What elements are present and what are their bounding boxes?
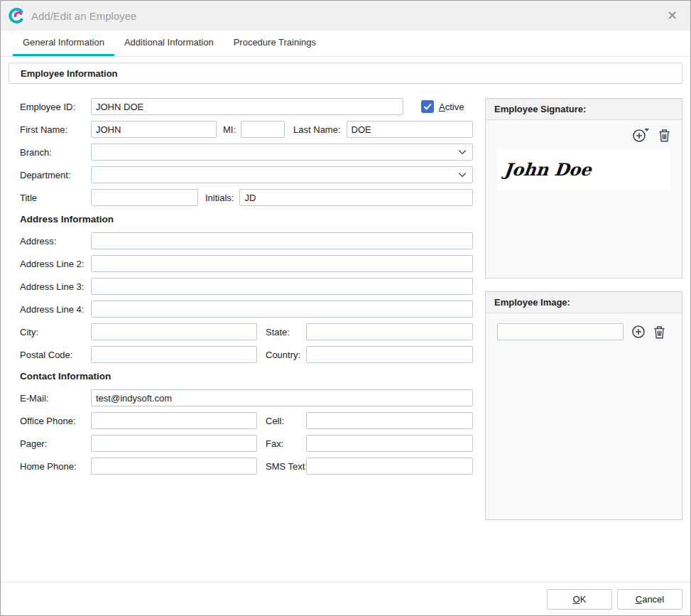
active-checkbox[interactable]: [421, 100, 434, 113]
tab-bar: General Information Additional Informati…: [1, 31, 690, 57]
cell-label: Cell:: [266, 416, 306, 426]
branch-row: Branch:: [20, 144, 473, 161]
home-phone-label: Home Phone:: [20, 461, 91, 472]
app-logo-icon: [8, 7, 25, 24]
state-label: State:: [266, 327, 306, 337]
right-panels: Employee Signature:: [485, 98, 682, 520]
pager-fax-row: Pager: Fax:: [20, 435, 473, 452]
address4-label: Address Line 4:: [20, 304, 91, 315]
address-row: Address:: [20, 232, 473, 249]
employee-information-header: Employee Information: [9, 63, 682, 84]
department-row: Department:: [20, 166, 473, 183]
last-name-input[interactable]: [347, 121, 473, 138]
employee-form: Employee ID: Active First Name: MI: Last…: [9, 98, 473, 520]
dialog-footer: OK Cancel: [1, 582, 690, 615]
pager-input[interactable]: [91, 435, 257, 452]
postal-code-label: Postal Code:: [20, 350, 91, 360]
home-sms-row: Home Phone: SMS Text:: [20, 458, 473, 475]
ok-button[interactable]: OK: [547, 589, 612, 610]
home-phone-input[interactable]: [91, 458, 257, 475]
city-label: City:: [20, 327, 91, 337]
chevron-down-icon: [458, 172, 467, 178]
email-row: E-Mail:: [20, 389, 473, 406]
address3-row: Address Line 3:: [20, 278, 473, 295]
address-information-header: Address Information: [20, 214, 473, 225]
contact-information-header: Contact Information: [20, 371, 473, 382]
title-label: Title: [20, 193, 91, 203]
delete-image-button[interactable]: [653, 325, 665, 339]
sms-text-label: SMS Text:: [266, 461, 306, 472]
office-phone-label: Office Phone:: [20, 416, 91, 426]
trash-icon: [653, 325, 665, 339]
image-filename-input[interactable]: [497, 323, 624, 340]
tab-content: Employee Information Employee ID: Active…: [1, 57, 690, 582]
chevron-down-icon: [458, 149, 467, 155]
address4-input[interactable]: [91, 301, 473, 318]
city-input[interactable]: [91, 323, 257, 340]
last-name-label: Last Name:: [293, 124, 340, 135]
cancel-button[interactable]: Cancel: [617, 589, 682, 610]
email-label: E-Mail:: [20, 393, 91, 404]
employee-id-row: Employee ID: Active: [20, 98, 473, 115]
tab-additional-information[interactable]: Additional Information: [114, 31, 224, 56]
employee-id-label: Employee ID:: [20, 102, 91, 112]
postal-country-row: Postal Code: Country:: [20, 346, 473, 363]
department-label: Department:: [20, 170, 91, 180]
address-input[interactable]: [91, 232, 473, 249]
name-row: First Name: MI: Last Name:: [20, 121, 473, 138]
signature-toolbar: [486, 120, 682, 143]
close-icon[interactable]: ✕: [664, 8, 680, 23]
country-input[interactable]: [306, 346, 473, 363]
active-check-group: Active: [421, 100, 464, 113]
city-state-row: City: State:: [20, 323, 473, 340]
plus-circle-dropdown-icon: [632, 127, 650, 143]
title-bar: Add/Edit an Employee ✕: [1, 1, 690, 31]
state-input[interactable]: [306, 323, 473, 340]
add-signature-button[interactable]: [632, 127, 650, 143]
employee-image-header: Employee Image:: [486, 292, 682, 313]
first-name-label: First Name:: [20, 124, 91, 135]
fax-input[interactable]: [306, 435, 473, 452]
department-select[interactable]: [91, 166, 473, 183]
country-label: Country:: [266, 350, 306, 360]
address3-input[interactable]: [91, 278, 473, 295]
postal-code-input[interactable]: [91, 346, 257, 363]
mi-input[interactable]: [241, 121, 285, 138]
employee-signature-panel: Employee Signature:: [485, 98, 682, 279]
plus-circle-icon: [631, 325, 646, 339]
pager-label: Pager:: [20, 438, 91, 449]
delete-signature-button[interactable]: [658, 129, 670, 142]
first-name-input[interactable]: [91, 121, 217, 138]
office-phone-input[interactable]: [91, 412, 257, 429]
address2-row: Address Line 2:: [20, 255, 473, 272]
sms-text-input[interactable]: [306, 458, 473, 475]
tab-procedure-trainings[interactable]: Procedure Trainings: [224, 31, 326, 56]
employee-image-panel: Employee Image:: [485, 291, 682, 520]
branch-label: Branch:: [20, 147, 91, 158]
add-image-button[interactable]: [631, 325, 646, 339]
signature-text: John Doe: [503, 159, 592, 180]
employee-signature-header: Employee Signature:: [486, 99, 682, 120]
office-cell-row: Office Phone: Cell:: [20, 412, 473, 429]
window-title: Add/Edit an Employee: [31, 10, 664, 22]
initials-input[interactable]: [239, 189, 473, 206]
title-row: Title Initials:: [20, 189, 473, 206]
add-edit-employee-dialog: Add/Edit an Employee ✕ General Informati…: [0, 0, 691, 616]
title-input[interactable]: [91, 189, 198, 206]
tab-general-information[interactable]: General Information: [13, 31, 114, 56]
trash-icon: [658, 129, 670, 142]
initials-label: Initials:: [205, 193, 234, 203]
employee-id-input[interactable]: [91, 98, 403, 115]
address-label: Address:: [20, 236, 91, 247]
check-icon: [423, 103, 432, 110]
email-input[interactable]: [91, 389, 473, 406]
mi-label: MI:: [223, 124, 236, 135]
cell-input[interactable]: [306, 412, 473, 429]
image-toolbar: [486, 313, 682, 340]
address4-row: Address Line 4:: [20, 301, 473, 318]
signature-display-area: John Doe: [497, 148, 670, 190]
fax-label: Fax:: [266, 438, 306, 449]
address2-input[interactable]: [91, 255, 473, 272]
branch-select[interactable]: [91, 144, 473, 161]
address2-label: Address Line 2:: [20, 259, 91, 269]
